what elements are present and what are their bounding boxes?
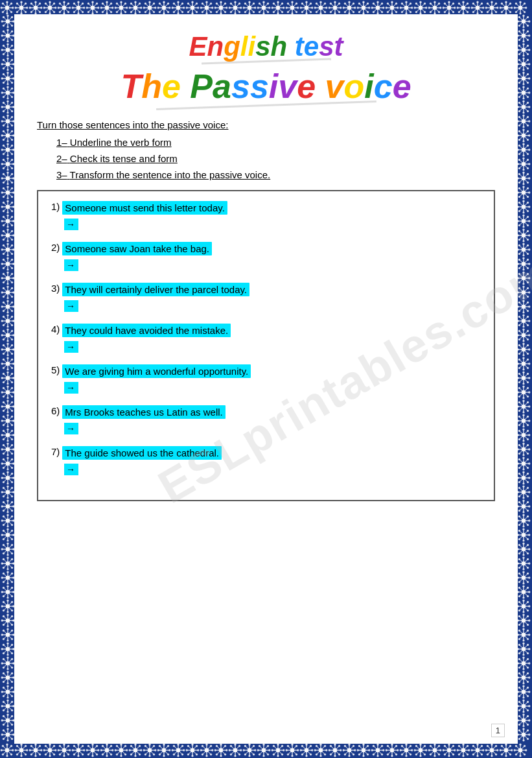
exercise-7-arrow: → <box>64 464 78 475</box>
exercise-4-arrow: → <box>64 341 78 353</box>
exercises-box: 1) Someone must send this letter today. … <box>37 190 495 501</box>
exercise-1-arrow: → <box>64 219 78 230</box>
exercise-5: 5) We are giving him a wonderful opportu… <box>51 364 481 394</box>
instruction-main: Turn those sentences into the passive vo… <box>37 119 495 130</box>
step-1-text: Underline the verb form <box>70 137 172 148</box>
exercise-2: 2) Someone saw Joan take the bag. → <box>51 242 481 271</box>
step-2-number: 2– <box>56 153 67 164</box>
exercise-2-sentence: Someone saw Joan take the bag. <box>62 242 212 255</box>
exercise-1: 1) Someone must send this letter today. … <box>51 201 481 230</box>
exercise-2-arrow: → <box>64 259 78 271</box>
exercise-5-number: 5) <box>51 364 60 375</box>
exercise-4-number: 4) <box>51 324 60 335</box>
title-passive-voice: The Passive voice <box>37 66 495 106</box>
step-3-number: 3– <box>56 169 67 180</box>
exercise-1-sentence: Someone must send this letter today. <box>62 201 227 215</box>
exercise-5-sentence: We are giving him a wonderful opportunit… <box>62 364 251 378</box>
exercise-6: 6) Mrs Brooks teaches us Latin as well. … <box>51 405 481 434</box>
exercise-3-arrow: → <box>64 300 78 312</box>
exercise-3-number: 3) <box>51 283 60 294</box>
exercise-1-number: 1) <box>51 201 60 212</box>
exercise-6-number: 6) <box>51 405 60 416</box>
exercise-3: 3) They will certainly deliver the parce… <box>51 283 481 312</box>
step-2: 2– Check its tense and form <box>56 153 495 164</box>
page-number: 1 <box>491 724 505 737</box>
exercise-4: 4) They could have avoided the mistake. … <box>51 324 481 353</box>
exercise-6-sentence: Mrs Brooks teaches us Latin as well. <box>62 405 225 419</box>
exercise-3-sentence: They will certainly deliver the parcel t… <box>62 283 249 296</box>
page-content: ESLprintables.com English test The Passi… <box>14 14 518 744</box>
step-1-number: 1– <box>56 137 67 148</box>
step-3-text: Transform the sentence into the passive … <box>70 169 271 180</box>
exercise-6-arrow: → <box>64 423 78 434</box>
full-page: ESLprintables.com English test The Passi… <box>0 0 532 758</box>
exercise-5-arrow: → <box>64 382 78 394</box>
exercise-7-sentence: The guide showed us the cathedral. <box>62 446 222 460</box>
exercise-7: 7) The guide showed us the cathedral. → <box>51 446 481 475</box>
exercise-7-number: 7) <box>51 446 60 457</box>
step-3: 3– Transform the sentence into the passi… <box>56 169 495 180</box>
title-english-test: English test <box>37 30 495 63</box>
title-area: English test The Passive voice <box>37 30 495 106</box>
step-2-text: Check its tense and form <box>70 153 178 164</box>
exercise-2-number: 2) <box>51 242 60 253</box>
step-1: 1– Underline the verb form <box>56 137 495 148</box>
instructions: Turn those sentences into the passive vo… <box>37 119 495 180</box>
exercise-4-sentence: They could have avoided the mistake. <box>62 324 231 337</box>
